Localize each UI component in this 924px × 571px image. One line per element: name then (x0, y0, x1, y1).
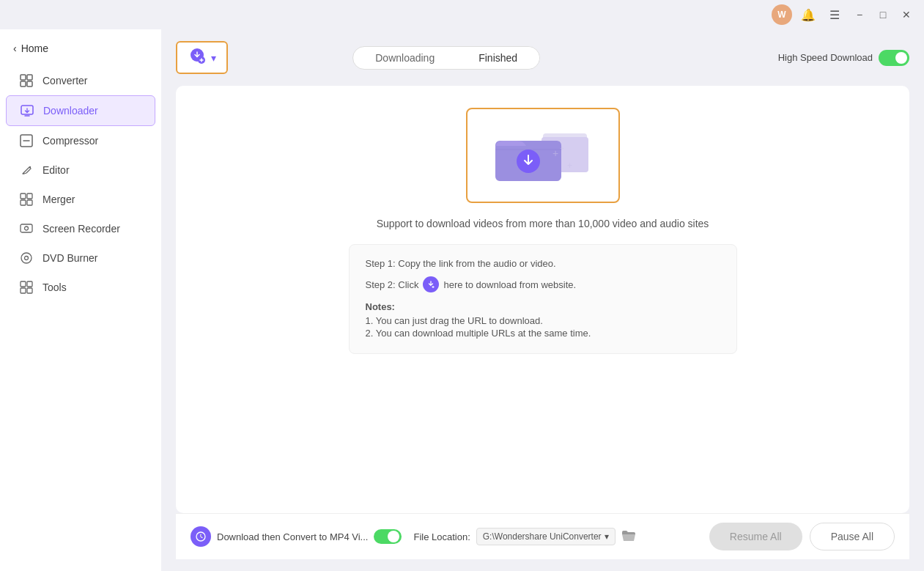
bell-icon[interactable]: 🔔 (798, 4, 818, 25)
speed-toggle-area: High Speed Download (778, 50, 909, 66)
step2-line: Step 2: Click here to download from webs… (366, 276, 720, 292)
note1: 1. You can just drag the URL to download… (366, 315, 720, 326)
sidebar-item-screen-recorder[interactable]: Screen Recorder (6, 214, 155, 243)
add-button-dropdown-arrow: ▾ (211, 52, 216, 64)
svg-rect-15 (27, 281, 32, 287)
svg-rect-16 (21, 288, 26, 293)
step2-inline-icon (423, 276, 439, 292)
speed-toggle-switch[interactable] (879, 50, 909, 66)
editor-label: Editor (42, 164, 70, 176)
maximize-button[interactable]: □ (874, 6, 892, 23)
steps-box: Step 1: Copy the link from the audio or … (349, 244, 737, 354)
convert-toggle-switch[interactable] (374, 529, 402, 544)
sidebar-back-button[interactable]: ‹ Home (0, 37, 161, 60)
menu-icon[interactable]: ☰ (824, 4, 845, 25)
file-location-area: File Location: G:\Wondershare UniConvert… (413, 528, 635, 545)
svg-rect-17 (27, 288, 32, 293)
back-icon: ‹ (13, 43, 17, 54)
tab-finished[interactable]: Finished (457, 47, 539, 69)
downloader-label: Downloader (43, 105, 98, 117)
file-path-select[interactable]: G:\Wondershare UniConverter ▾ (476, 528, 616, 545)
convert-option: Download then Convert to MP4 Vi... (191, 526, 402, 547)
dvd-burner-icon (19, 251, 34, 265)
pause-all-button[interactable]: Pause All (810, 523, 895, 550)
svg-text:+: + (567, 161, 572, 171)
svg-rect-1 (27, 75, 32, 80)
titlebar: W 🔔 ☰ − □ ✕ (0, 0, 924, 29)
notes-section: Notes: 1. You can just drag the URL to d… (366, 301, 720, 339)
svg-rect-7 (27, 194, 32, 199)
content-inner: + + + + Support to download videos from … (334, 86, 752, 369)
compressor-label: Compressor (42, 135, 98, 147)
editor-icon (19, 163, 34, 177)
sidebar-item-dvd-burner[interactable]: DVD Burner (6, 243, 155, 273)
toolbar: ▾ Downloading Finished High Speed Downlo… (176, 41, 909, 74)
svg-text:+: + (552, 147, 558, 159)
svg-text:+: + (560, 144, 564, 152)
step1-line: Step 1: Copy the link from the audio or … (366, 258, 720, 269)
file-location-label: File Location: (413, 531, 470, 542)
svg-rect-3 (27, 81, 32, 86)
screen-recorder-label: Screen Recorder (42, 223, 120, 235)
svg-point-12 (21, 253, 32, 263)
user-avatar[interactable]: W (772, 4, 792, 25)
speed-label: High Speed Download (778, 52, 873, 63)
resume-all-button[interactable]: Resume All (709, 523, 802, 550)
convert-text: Download then Convert to MP4 Vi... (217, 531, 368, 542)
home-label: Home (21, 43, 48, 54)
folder-illustration: + + + + (466, 108, 620, 203)
sidebar-item-editor[interactable]: Editor (6, 155, 155, 185)
tab-downloading[interactable]: Downloading (353, 47, 457, 69)
step2-suffix: here to download from website. (443, 279, 576, 290)
sidebar-item-converter[interactable]: Converter (6, 66, 155, 95)
dvd-burner-label: DVD Burner (42, 252, 97, 264)
svg-rect-0 (21, 75, 26, 80)
sidebar-item-compressor[interactable]: Compressor (6, 126, 155, 155)
svg-point-11 (25, 226, 29, 230)
note2: 2. You can download multiple URLs at the… (366, 328, 720, 339)
add-download-icon (188, 47, 207, 68)
downloader-icon (20, 103, 34, 118)
svg-rect-2 (21, 81, 26, 86)
add-download-button[interactable]: ▾ (176, 41, 228, 74)
minimize-button[interactable]: − (851, 6, 868, 23)
file-path-chevron: ▾ (605, 531, 609, 542)
sidebar-item-tools[interactable]: Tools (6, 273, 155, 302)
app-body: ‹ Home Converter Down (0, 29, 924, 571)
svg-rect-8 (21, 200, 26, 205)
close-button[interactable]: ✕ (898, 6, 915, 23)
step1-text: Step 1: Copy the link from the audio or … (366, 258, 556, 269)
converter-icon (19, 73, 34, 88)
svg-text:+: + (509, 154, 515, 166)
merger-icon (19, 192, 34, 207)
converter-label: Converter (42, 75, 87, 86)
support-text: Support to download videos from more tha… (377, 218, 709, 229)
file-path-text: G:\Wondershare UniConverter (483, 531, 602, 542)
sidebar: ‹ Home Converter Down (0, 29, 161, 571)
sidebar-item-downloader[interactable]: Downloader (6, 95, 155, 126)
merger-label: Merger (42, 194, 75, 205)
content-card: + + + + Support to download videos from … (176, 86, 909, 513)
tab-group: Downloading Finished (352, 46, 540, 70)
tools-label: Tools (42, 281, 67, 293)
svg-rect-6 (21, 194, 26, 199)
svg-rect-10 (21, 224, 32, 232)
bottom-bar: Download then Convert to MP4 Vi... File … (176, 513, 909, 559)
svg-rect-9 (27, 200, 32, 205)
tools-icon (19, 280, 34, 295)
svg-rect-14 (21, 281, 26, 287)
step2-prefix: Step 2: Click (366, 279, 419, 290)
notes-title: Notes: (366, 301, 720, 312)
action-buttons: Resume All Pause All (709, 523, 895, 550)
convert-clock-icon (191, 526, 211, 547)
screen-recorder-icon (19, 221, 34, 236)
main-content: ▾ Downloading Finished High Speed Downlo… (161, 29, 924, 571)
sidebar-item-merger[interactable]: Merger (6, 185, 155, 214)
compressor-icon (19, 133, 34, 148)
svg-point-13 (25, 257, 29, 260)
folder-open-icon[interactable] (621, 529, 636, 545)
